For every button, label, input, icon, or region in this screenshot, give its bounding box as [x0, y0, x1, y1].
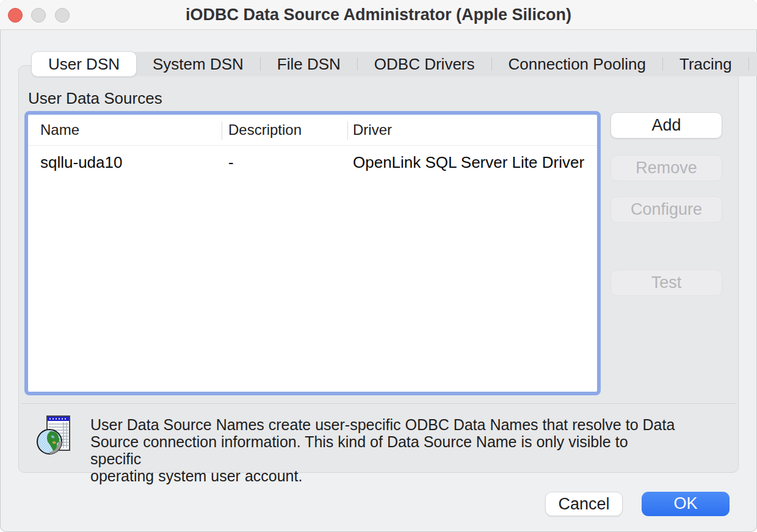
section-heading: User Data Sources: [28, 89, 162, 108]
ok-button[interactable]: OK: [642, 492, 730, 516]
table-header-row: Name Description Driver: [28, 115, 597, 146]
column-header-driver[interactable]: Driver: [348, 115, 597, 145]
dsn-description-cell: -: [222, 146, 348, 179]
test-button: Test: [610, 270, 722, 296]
table-row[interactable]: sqllu-uda10 - OpenLink SQL Server Lite D…: [28, 146, 597, 179]
footer-separator: [21, 403, 736, 404]
tab-connection-pooling[interactable]: Connection Pooling: [492, 52, 663, 76]
add-button[interactable]: Add: [610, 112, 722, 138]
tab-file-dsn[interactable]: File DSN: [261, 52, 357, 76]
footer-description: User Data Source Names create user-speci…: [90, 416, 676, 484]
user-dsn-table[interactable]: Name Description Driver sqllu-uda10 - Op…: [24, 111, 601, 395]
iodbc-administrator-window: iODBC Data Source Administrator (Apple S…: [0, 0, 757, 532]
configure-button: Configure: [610, 196, 722, 223]
dsn-name-cell: sqllu-uda10: [28, 146, 222, 179]
cancel-button[interactable]: Cancel: [545, 492, 623, 516]
footer-line-1: User Data Source Names create user-speci…: [90, 416, 676, 433]
dsn-driver-cell: OpenLink SQL Server Lite Driver: [348, 146, 597, 179]
remove-button: Remove: [610, 155, 722, 181]
window-title: iODBC Data Source Administrator (Apple S…: [0, 0, 757, 29]
tab-odbc-drivers[interactable]: ODBC Drivers: [358, 52, 491, 76]
column-header-description[interactable]: Description: [222, 115, 348, 145]
tab-tracing[interactable]: Tracing: [663, 52, 748, 76]
dsn-tab-bar: User DSN System DSN File DSN ODBC Driver…: [32, 52, 757, 76]
odbc-globe-document-icon: [37, 415, 71, 461]
tab-system-dsn[interactable]: System DSN: [136, 52, 260, 76]
tab-about[interactable]: About: [749, 52, 757, 76]
title-bar: iODBC Data Source Administrator (Apple S…: [0, 0, 757, 30]
tab-user-dsn[interactable]: User DSN: [32, 52, 136, 76]
footer-line-2: Source connection information. This kind…: [90, 433, 676, 467]
footer-line-3: operating system user account.: [90, 467, 676, 484]
column-header-name[interactable]: Name: [28, 115, 222, 145]
